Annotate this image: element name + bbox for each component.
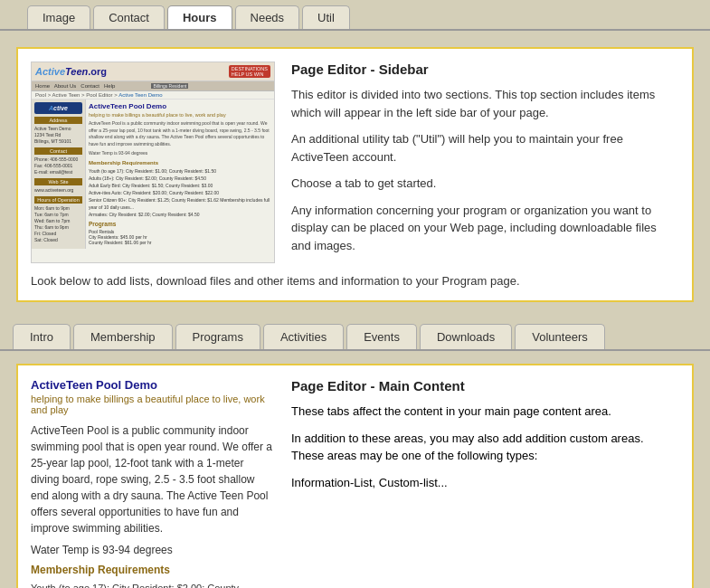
mini-sidebar-hours-text: Mon: 6am to 9pmTue: 6am to 7pmWed: 6am t… xyxy=(34,205,82,243)
mini-sidebar-web: Web Site xyxy=(34,178,82,185)
mini-programs-text: Pool RentalsCity Residents: $45.00 per h… xyxy=(89,229,271,245)
mini-membership-title: Membership Requirements xyxy=(89,160,271,166)
tab-intro[interactable]: Intro xyxy=(13,324,71,349)
look-below-text: Look below to add lists, download files … xyxy=(31,274,679,288)
bottom-body-text: ActiveTeen Pool is a public community in… xyxy=(31,422,275,536)
bottom-editor-para-2: In addition to these areas, you may also… xyxy=(291,430,679,465)
tab-util[interactable]: Util xyxy=(302,5,350,29)
mini-promo-badge: DESTINATIONSHELP US WIN xyxy=(229,65,270,78)
tab-membership[interactable]: Membership xyxy=(73,324,173,349)
mini-sidebar-web-text: www.activeteen.org xyxy=(34,187,82,194)
mini-sidebar-address-text: Active Teen Demo1234 Test RdBillings, MT… xyxy=(34,126,82,145)
tab-hours[interactable]: Hours xyxy=(167,5,232,29)
tab-downloads[interactable]: Downloads xyxy=(420,324,512,349)
mini-main: ActiveTeen Pool Demo helping to make bil… xyxy=(86,100,274,249)
mini-nav: Home About Us Contact Help Billings Resi… xyxy=(32,81,274,91)
preview-box: ActiveTeen.org DESTINATIONSHELP US WIN H… xyxy=(16,47,694,302)
mini-org-name: ActiveTeen Pool Demo xyxy=(89,102,271,110)
page-editor-desc: Page Editor - Sidebar This editor is div… xyxy=(291,62,679,263)
bottom-right: Page Editor - Main Content These tabs af… xyxy=(291,378,679,588)
mini-programs-title: Programs xyxy=(89,221,271,227)
bottom-water-temp: Water Temp is 93-94 degrees xyxy=(31,542,275,558)
mini-body-text: ActiveTeen Pool is a public community in… xyxy=(89,120,271,147)
bottom-editor-title: Page Editor - Main Content xyxy=(291,378,679,394)
editor-para-1: This editor is divided into two sections… xyxy=(291,86,679,121)
bottom-org-name: ActiveTeen Pool Demo xyxy=(31,378,275,392)
bottom-price-1: Youth (to age 17): City Resident: $2.00;… xyxy=(31,583,239,588)
main-area: ActiveTeen.org DESTINATIONSHELP US WIN H… xyxy=(0,31,710,311)
mid-tab-bar: Intro Membership Programs Activities Eve… xyxy=(0,311,710,351)
mini-prices: Youth (to age 17): City Resident: $1.00;… xyxy=(89,167,271,218)
tab-volunteers[interactable]: Volunteers xyxy=(515,324,604,349)
editor-para-3: Choose a tab to get started. xyxy=(291,175,679,193)
tab-activities[interactable]: Activities xyxy=(263,324,344,349)
bottom-left: ActiveTeen Pool Demo helping to make bil… xyxy=(31,378,275,588)
mini-sidebar-hours: Hours of Operation xyxy=(34,196,82,204)
bottom-tagline: helping to make billings a beautiful pla… xyxy=(31,394,275,415)
editor-para-2: An additional utility tab ("Util") will … xyxy=(291,130,679,166)
mini-breadcrumb: Pool > Active Teen > Pool Editor > Activ… xyxy=(32,91,274,100)
mini-tagline: helping to make billings a beautiful pla… xyxy=(89,112,271,118)
mini-content: Active Address Active Teen Demo1234 Test… xyxy=(32,100,274,249)
mini-sidebar-contact: Contact xyxy=(34,147,82,155)
tab-image[interactable]: Image xyxy=(27,5,90,29)
top-tab-bar: Image Contact Hours Needs Util xyxy=(0,0,710,31)
bottom-prices: Youth (to age 17): City Resident: $2.00;… xyxy=(31,580,275,588)
mini-screenshot: ActiveTeen.org DESTINATIONSHELP US WIN H… xyxy=(31,62,275,263)
tab-contact[interactable]: Contact xyxy=(93,5,165,29)
bottom-editor-para-3: Information-List, Custom-list... xyxy=(291,474,679,492)
bottom-preview-box: ActiveTeen Pool Demo helping to make bil… xyxy=(16,364,694,588)
bottom-editor-para-1: These tabs affect the content in your ma… xyxy=(291,403,679,421)
mini-header: ActiveTeen.org DESTINATIONSHELP US WIN xyxy=(32,62,274,81)
editor-para-4: Any information concerning your program … xyxy=(291,202,679,255)
bottom-area: ActiveTeen Pool Demo helping to make bil… xyxy=(0,351,710,588)
editor-title: Page Editor - Sidebar xyxy=(291,62,679,77)
mini-sidebar-address: Address xyxy=(34,117,82,124)
mini-sidebar-contact-text: Phone: 406-555-0000Fax: 406-555-0001E-ma… xyxy=(34,156,82,175)
tab-events[interactable]: Events xyxy=(346,324,417,349)
mini-water-temp: Water Temp is 93-94 degrees xyxy=(89,150,271,157)
mini-logo: ActiveTeen.org xyxy=(35,66,107,77)
bottom-membership-title: Membership Requirements xyxy=(31,564,275,576)
tab-programs[interactable]: Programs xyxy=(175,324,260,349)
tab-needs[interactable]: Needs xyxy=(235,5,300,29)
mini-sidebar: Active Address Active Teen Demo1234 Test… xyxy=(32,100,86,249)
mini-sidebar-logo: Active xyxy=(34,102,82,114)
